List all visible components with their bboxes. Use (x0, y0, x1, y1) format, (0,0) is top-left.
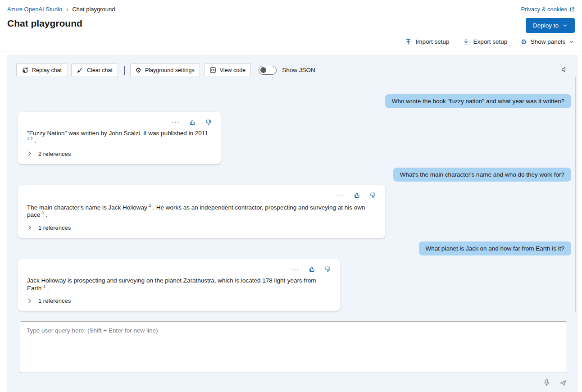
references-expander[interactable]: 1 references (27, 297, 331, 304)
chevron-right-icon (27, 151, 32, 156)
clear-chat-label: Clear chat (87, 67, 113, 73)
chat-panel: 1 Replay chat Clear chat ⚙ Playground se… (7, 55, 578, 392)
thumbs-up-icon[interactable] (309, 266, 315, 273)
export-setup-label: Export setup (473, 38, 507, 45)
assistant-message-text: Jack Holloway is prospecting and surveyi… (27, 277, 331, 292)
replay-chat-button[interactable]: 1 Replay chat (16, 63, 67, 77)
citation-marker[interactable]: 1 2 (27, 137, 33, 141)
show-json-toggle[interactable] (259, 66, 277, 75)
breadcrumb-current: Chat playground (72, 6, 115, 13)
chevron-right-icon (27, 298, 32, 304)
user-message-bubble: What's the main character's name and who… (393, 168, 571, 182)
import-setup-label: Import setup (415, 38, 449, 45)
toggle-knob (260, 67, 266, 73)
more-options-icon[interactable]: ··· (336, 194, 345, 196)
user-message-row: What's the main character's name and who… (18, 168, 571, 182)
user-message-bubble: Who wrote the book "fuzzy nation" and wh… (385, 94, 571, 108)
privacy-cookies-label: Privacy & cookies (521, 6, 567, 13)
playground-settings-label: Playground settings (145, 67, 195, 73)
view-code-label: View code (220, 67, 246, 73)
assistant-message-text: "Fuzzy Nation" was written by John Scalz… (27, 130, 212, 144)
assistant-message-card: ··· The main character's name is Jack Ho… (18, 185, 385, 238)
composer-icons (543, 379, 567, 387)
references-label: 1 references (38, 297, 71, 304)
breadcrumb-link-azure-openai-studio[interactable]: Azure OpenAI Studio (7, 6, 62, 13)
message-list: Who wrote the book "fuzzy nation" and wh… (7, 94, 578, 311)
import-setup-button[interactable]: Import setup (405, 38, 449, 45)
chat-toolbar: 1 Replay chat Clear chat ⚙ Playground se… (7, 55, 578, 77)
replay-icon: 1 (22, 67, 28, 73)
view-code-button[interactable]: View code (204, 63, 251, 77)
references-label: 1 references (38, 224, 71, 231)
send-icon[interactable] (559, 379, 567, 387)
deploy-to-button[interactable]: Deploy to (526, 18, 575, 33)
microphone-icon[interactable] (543, 379, 550, 387)
toolbar-divider (124, 66, 125, 75)
thumbs-down-icon[interactable] (205, 119, 212, 126)
header-actions-row: Import setup Export setup ⚙ Show panels (0, 33, 582, 51)
playground-settings-button[interactable]: ⚙ Playground settings (130, 63, 200, 77)
thumbs-up-icon[interactable] (354, 192, 360, 199)
chevron-down-icon (569, 39, 574, 44)
chevron-right-icon (27, 225, 32, 230)
replay-chat-label: Replay chat (32, 67, 62, 73)
gear-icon: ⚙ (521, 38, 527, 45)
gear-icon: ⚙ (136, 67, 141, 73)
export-setup-button[interactable]: Export setup (463, 38, 507, 45)
privacy-cookies-link[interactable]: Privacy & cookies (521, 6, 575, 13)
import-icon (405, 38, 412, 45)
page-title: Chat playground (7, 18, 82, 29)
references-label: 2 references (38, 150, 71, 157)
breadcrumb: Azure OpenAI Studio › Chat playground (7, 6, 115, 13)
composer (20, 321, 567, 373)
header: Azure OpenAI Studio › Chat playground Pr… (0, 0, 582, 51)
assistant-message-card: ··· Jack Holloway is prospecting and sur… (18, 259, 340, 311)
message-actions: ··· (27, 118, 212, 127)
user-message-bubble: What planet is Jack on and how far from … (419, 242, 571, 255)
message-actions: ··· (27, 265, 331, 274)
user-message-row: Who wrote the book "fuzzy nation" and wh… (18, 94, 571, 108)
broom-icon (77, 67, 83, 73)
references-expander[interactable]: 1 references (27, 224, 376, 231)
show-json-label: Show JSON (282, 67, 315, 73)
show-panels-label: Show panels (531, 38, 565, 45)
export-icon (463, 38, 469, 45)
user-message-row: What planet is Jack on and how far from … (18, 242, 571, 255)
speaker-icon[interactable] (560, 66, 568, 73)
title-row: Chat playground Deploy to (0, 13, 582, 33)
assistant-message-text: The main character's name is Jack Hollow… (27, 203, 376, 218)
deploy-to-label: Deploy to (533, 22, 559, 29)
message-actions: ··· (27, 191, 376, 200)
show-panels-button[interactable]: ⚙ Show panels (521, 38, 574, 45)
thumbs-down-icon[interactable] (369, 192, 376, 199)
more-options-icon[interactable]: ··· (291, 268, 300, 270)
code-icon (209, 67, 216, 73)
svg-text:1: 1 (23, 71, 24, 73)
thumbs-up-icon[interactable] (189, 119, 196, 126)
references-expander[interactable]: 2 references (27, 150, 212, 157)
assistant-message-card: ··· "Fuzzy Nation" was written by John S… (18, 112, 221, 164)
external-link-icon (569, 7, 575, 12)
scrollbar[interactable] (575, 77, 576, 312)
clear-chat-button[interactable]: Clear chat (71, 63, 118, 77)
more-options-icon[interactable]: ··· (172, 121, 180, 123)
breadcrumb-separator-icon: › (66, 6, 68, 13)
chevron-down-icon (563, 23, 568, 28)
thumbs-down-icon[interactable] (324, 266, 331, 273)
chat-input[interactable] (20, 321, 567, 373)
breadcrumb-row: Azure OpenAI Studio › Chat playground Pr… (0, 0, 582, 13)
